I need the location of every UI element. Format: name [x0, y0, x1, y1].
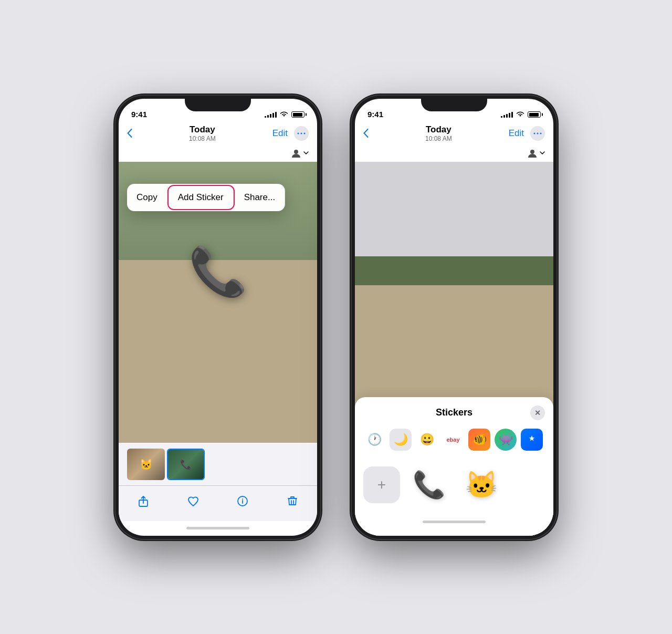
sticker-cat[interactable]: 🐱: [458, 461, 505, 508]
back-button-left[interactable]: [127, 129, 132, 138]
nav-center-left: Today 10:08 AM: [189, 124, 216, 142]
nav-subtitle-right: 10:08 AM: [425, 135, 452, 142]
svg-point-6: [534, 132, 536, 134]
edit-button-left[interactable]: Edit: [272, 128, 288, 139]
status-icons-right: [501, 111, 541, 119]
notch-left: [185, 96, 251, 111]
add-icon: +: [377, 476, 386, 493]
phone-sticker-image: 📞: [413, 470, 445, 500]
more-button-left[interactable]: [294, 126, 309, 141]
photo-area-left: 📞 Copy Add Sticker Share...: [119, 162, 317, 443]
share-button-left[interactable]: [137, 495, 150, 507]
signal-icon-left: [265, 111, 277, 118]
stickers-header: Stickers ✕: [363, 406, 545, 420]
avatar-row-left: [119, 145, 317, 162]
thumbnail-phone[interactable]: 📞: [167, 449, 205, 480]
svg-point-9: [530, 150, 534, 154]
nav-bar-right: Today 10:08 AM Edit: [355, 122, 553, 145]
svg-point-8: [540, 132, 542, 134]
fish-icon: 🐠: [468, 429, 490, 451]
category-memoji[interactable]: 🌙: [390, 429, 412, 451]
screen-left: 9:41: [119, 99, 317, 536]
toolbar-left: [119, 485, 317, 521]
trash-button-left[interactable]: [286, 495, 299, 507]
edit-button-right[interactable]: Edit: [509, 128, 524, 139]
nav-actions-right: Edit: [509, 126, 545, 141]
svg-point-2: [304, 132, 306, 134]
home-bar-right: [423, 521, 486, 523]
more-button-right[interactable]: [530, 126, 545, 141]
photo-desk-left: 📞: [119, 260, 317, 443]
home-indicator-right: [363, 513, 545, 527]
category-fish[interactable]: 🐠: [468, 429, 490, 451]
time-left: 9:41: [131, 110, 147, 119]
context-add-sticker[interactable]: Add Sticker: [169, 186, 234, 209]
category-alien[interactable]: 👾: [495, 429, 517, 451]
avatar-button-right[interactable]: [527, 148, 545, 159]
stickers-panel: Stickers ✕ 🕐 🌙 😀 ebay 🐠: [355, 397, 553, 536]
add-sticker-button[interactable]: +: [363, 466, 400, 503]
phone-left: 9:41: [116, 96, 320, 539]
content-left: 📞 Copy Add Sticker Share... 🐱 📞: [119, 162, 317, 536]
photo-dark-strip-right: [355, 256, 553, 285]
nav-center-right: Today 10:08 AM: [425, 124, 452, 142]
context-copy[interactable]: Copy: [127, 186, 167, 209]
nav-title-right: Today: [425, 124, 452, 135]
svg-point-3: [294, 150, 298, 154]
category-emoji[interactable]: 😀: [416, 429, 438, 451]
stickers-categories: 🕐 🌙 😀 ebay 🐠 👾: [363, 427, 545, 453]
time-right: 9:41: [368, 110, 383, 119]
appstore-icon: [521, 429, 543, 451]
thumbnail-cats[interactable]: 🐱: [127, 449, 165, 480]
thumbnails-bar-left: 🐱 📞: [119, 443, 317, 485]
home-bar-left: [186, 527, 249, 529]
category-recent[interactable]: 🕐: [363, 429, 385, 451]
signal-icon-right: [501, 111, 513, 118]
nav-subtitle-left: 10:08 AM: [189, 135, 216, 142]
battery-icon-left: [291, 111, 304, 118]
svg-point-7: [537, 132, 539, 134]
thumbnail-phone-image: 📞: [168, 450, 204, 479]
status-icons-left: [265, 111, 304, 119]
nav-title-left: Today: [189, 124, 216, 135]
desk-phone-image-left: 📞: [188, 244, 247, 299]
thumbnail-cats-image: 🐱: [127, 449, 165, 480]
context-menu: Copy Add Sticker Share...: [127, 184, 285, 211]
nav-bar-left: Today 10:08 AM Edit: [119, 122, 317, 145]
avatar-button-left[interactable]: [291, 148, 309, 159]
phone-right: 9:41: [352, 96, 556, 539]
wifi-icon-right: [516, 111, 524, 119]
notch-right: [421, 96, 487, 111]
category-appstore[interactable]: [521, 429, 543, 451]
svg-point-1: [301, 132, 302, 134]
photo-wall-right: [355, 162, 553, 256]
nav-actions-left: Edit: [272, 126, 309, 141]
category-ebay[interactable]: ebay: [442, 429, 464, 451]
stickers-close-button[interactable]: ✕: [530, 406, 545, 420]
stickers-title: Stickers: [378, 407, 530, 418]
heart-button-left[interactable]: [187, 495, 200, 507]
battery-icon-right: [528, 111, 541, 118]
photo-area-right: Stickers ✕ 🕐 🌙 😀 ebay 🐠: [355, 162, 553, 536]
back-button-right[interactable]: [363, 129, 369, 138]
ebay-label: ebay: [446, 436, 459, 443]
cat-sticker-image: 🐱: [465, 470, 498, 500]
stickers-grid: + 📞 🐱: [363, 459, 545, 513]
alien-icon: 👾: [495, 429, 517, 451]
svg-point-0: [298, 132, 299, 134]
info-button-left[interactable]: [236, 495, 249, 507]
screen-right: 9:41: [355, 99, 553, 536]
context-share[interactable]: Share...: [235, 186, 286, 209]
wifi-icon-left: [280, 111, 288, 119]
sticker-phone[interactable]: 📞: [405, 461, 453, 508]
home-indicator-left: [119, 521, 317, 536]
avatar-row-right: [355, 145, 553, 162]
